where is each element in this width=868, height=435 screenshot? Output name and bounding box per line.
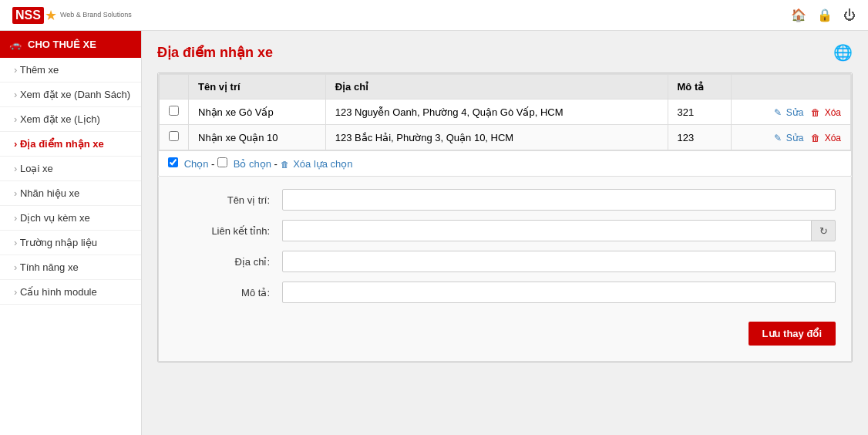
sidebar-item-truong-nhap-lieu[interactable]: Trường nhập liệu: [0, 231, 141, 255]
bo-chon-checkbox[interactable]: [217, 157, 227, 167]
sidebar-item-cau-hinh-module[interactable]: Cấu hình module: [0, 280, 141, 305]
row2-edit-button[interactable]: Sửa: [786, 133, 804, 143]
globe-icon[interactable]: 🌐: [833, 43, 853, 62]
power-icon[interactable]: ⏻: [843, 8, 856, 22]
select-actions: Chọn - Bỏ chọn - 🗑 Xóa lựa chọn: [159, 150, 851, 176]
logo-star: ★: [45, 7, 57, 24]
lien-ket-tinh-label: Liên kết tỉnh:: [174, 225, 282, 237]
table-row: Nhận xe Quận 10 123 Bắc Hải, Phường 3, Q…: [160, 125, 851, 150]
layout: 🚗 CHO THUÊ XE Thêm xe Xem đặt xe (Danh S…: [0, 31, 868, 435]
col-check: [160, 75, 189, 99]
locations-table: Tên vị trí Địa chỉ Mô tả Nhận xe Gò Vấp: [159, 74, 851, 150]
sidebar: 🚗 CHO THUÊ XE Thêm xe Xem đặt xe (Danh S…: [0, 31, 142, 435]
dia-chi-label: Địa chỉ:: [174, 256, 282, 268]
col-actions: [732, 75, 851, 99]
main-content: Địa điểm nhận xe 🌐 Tên vị trí Địa chỉ Mô…: [142, 31, 868, 435]
sidebar-item-loai-xe[interactable]: Loại xe: [0, 157, 141, 181]
sidebar-car-icon: 🚗: [9, 39, 22, 50]
col-address: Địa chỉ: [325, 75, 668, 99]
lien-ket-tinh-refresh-button[interactable]: ↻: [811, 220, 836, 241]
separator2: -: [274, 158, 281, 170]
col-description: Mô tả: [668, 75, 732, 99]
table-header-row: Tên vị trí Địa chỉ Mô tả: [160, 75, 851, 99]
sidebar-item-xem-dat-xe-lich[interactable]: Xem đặt xe (Lịch): [0, 107, 141, 132]
save-button[interactable]: Lưu thay đổi: [749, 322, 836, 346]
row1-delete-button[interactable]: Xóa: [825, 107, 841, 118]
page-title: Địa điểm nhận xe: [157, 44, 273, 61]
chon-checkbox[interactable]: [168, 157, 178, 167]
row1-description: 321: [668, 99, 732, 125]
separator1: -: [211, 158, 217, 170]
top-bar: NSS ★ Web & Brand Solutions 🏠 🔒 ⏻: [0, 0, 868, 31]
row1-edit-icon: ✎: [774, 107, 782, 118]
sidebar-item-dia-diem-nhan-xe[interactable]: Địa điểm nhận xe: [0, 132, 141, 157]
table-row: Nhận xe Gò Vấp 123 Nguyễn Oanh, Phường 4…: [160, 99, 851, 125]
row2-name: Nhận xe Quận 10: [189, 125, 326, 150]
form-row-dia-chi: Địa chỉ:: [159, 251, 851, 272]
logo-nss: NSS: [12, 7, 44, 24]
ten-vi-tri-label: Tên vị trí:: [174, 194, 282, 206]
mo-ta-label: Mô tả:: [174, 287, 282, 298]
chon-link[interactable]: Chọn: [184, 158, 209, 170]
top-icons: 🏠 🔒 ⏻: [791, 8, 856, 22]
row1-checkbox[interactable]: [169, 106, 179, 116]
ten-vi-tri-input[interactable]: [282, 189, 836, 211]
bo-chon-link[interactable]: Bỏ chọn: [234, 158, 271, 170]
row1-address: 123 Nguyễn Oanh, Phường 4, Quận Gò Vấp, …: [325, 99, 668, 125]
sidebar-item-tinh-nang-xe[interactable]: Tính năng xe: [0, 255, 141, 280]
row2-delete-button[interactable]: Xóa: [825, 133, 841, 143]
lien-ket-tinh-input-group: ↻: [282, 220, 836, 241]
sidebar-item-dich-vu-kem-xe[interactable]: Dịch vụ kèm xe: [0, 206, 141, 231]
row1-name: Nhận xe Gò Vấp: [189, 99, 326, 125]
lien-ket-tinh-input[interactable]: [282, 220, 811, 241]
row2-checkbox[interactable]: [169, 131, 179, 141]
page-title-row: Địa điểm nhận xe 🌐: [157, 43, 853, 62]
sidebar-item-them-xe[interactable]: Thêm xe: [0, 58, 141, 83]
sidebar-item-nhan-hieu-xe[interactable]: Nhãn hiệu xe: [0, 181, 141, 206]
form-row-ten-vi-tri: Tên vị trí:: [159, 189, 851, 211]
row2-description: 123: [668, 125, 732, 150]
row2-delete-icon: 🗑: [811, 133, 820, 143]
mo-ta-input[interactable]: [282, 282, 836, 303]
row1-edit-button[interactable]: Sửa: [786, 107, 804, 118]
xoa-lua-chon-link[interactable]: Xóa lựa chọn: [293, 158, 352, 170]
row1-delete-icon: 🗑: [811, 107, 820, 118]
sidebar-item-xem-dat-xe-ds[interactable]: Xem đặt xe (Danh Sách): [0, 83, 141, 107]
home-icon[interactable]: 🏠: [791, 8, 806, 22]
form-row-mo-ta: Mô tả:: [159, 282, 851, 303]
row2-address: 123 Bắc Hải, Phường 3, Quận 10, HCM: [325, 125, 668, 150]
logo: NSS ★ Web & Brand Solutions: [12, 7, 132, 24]
lock-icon[interactable]: 🔒: [817, 8, 833, 22]
row2-edit-icon: ✎: [774, 133, 782, 143]
row2-check-cell: [160, 125, 189, 150]
dia-chi-input[interactable]: [282, 251, 836, 272]
sidebar-header-label: CHO THUÊ XE: [28, 39, 96, 50]
col-name: Tên vị trí: [189, 75, 326, 99]
save-row: Lưu thay đổi: [159, 312, 851, 349]
xoa-icon: 🗑: [281, 160, 289, 169]
row2-actions: ✎ Sửa 🗑 Xóa: [732, 125, 851, 150]
row1-check-cell: [160, 99, 189, 125]
form-section: Tên vị trí: Liên kết tỉnh: ↻ Địa chỉ: Mô…: [158, 177, 852, 362]
form-row-lien-ket-tinh: Liên kết tỉnh: ↻: [159, 220, 851, 241]
card: Tên vị trí Địa chỉ Mô tả Nhận xe Gò Vấp: [157, 72, 853, 362]
sidebar-header: 🚗 CHO THUÊ XE: [0, 31, 141, 58]
table-section: Tên vị trí Địa chỉ Mô tả Nhận xe Gò Vấp: [158, 73, 852, 177]
logo-sub: Web & Brand Solutions: [60, 11, 132, 19]
row1-actions: ✎ Sửa 🗑 Xóa: [732, 99, 851, 125]
